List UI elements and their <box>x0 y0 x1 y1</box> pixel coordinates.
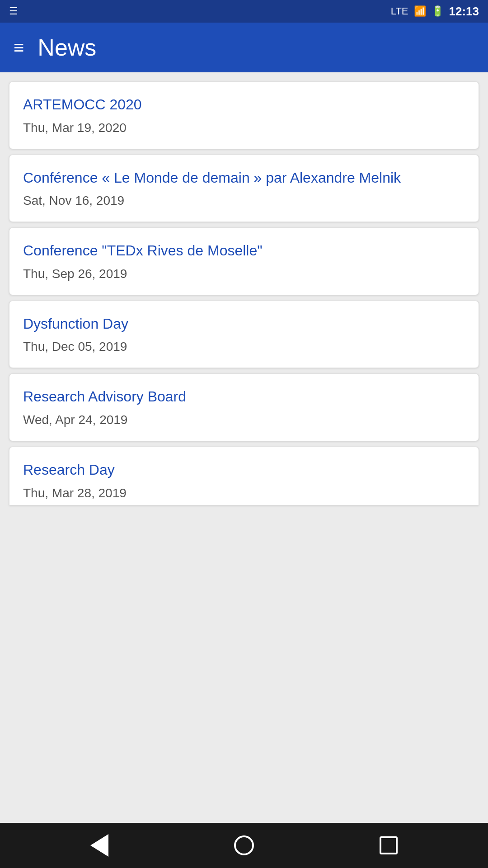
status-time: 12:13 <box>449 5 479 19</box>
list-item[interactable]: Research Advisory BoardWed, Apr 24, 2019 <box>9 373 479 441</box>
list-item[interactable]: Conference "TEDx Rives de Moselle"Thu, S… <box>9 227 479 295</box>
news-date: Wed, Apr 24, 2019 <box>23 413 465 427</box>
news-title: Research Advisory Board <box>23 387 465 406</box>
list-item[interactable]: Conférence « Le Monde de demain » par Al… <box>9 155 479 222</box>
news-title: Research Day <box>23 461 465 480</box>
recent-apps-button[interactable] <box>371 827 407 863</box>
news-title: Dysfunction Day <box>23 315 465 334</box>
page-title: News <box>38 34 96 61</box>
news-date: Sat, Nov 16, 2019 <box>23 193 465 208</box>
list-item[interactable]: Dysfunction DayThu, Dec 05, 2019 <box>9 301 479 368</box>
lte-icon: LTE <box>391 5 408 17</box>
news-date: Thu, Dec 05, 2019 <box>23 340 465 354</box>
list-item[interactable]: Research DayThu, Mar 28, 2019 <box>9 447 479 505</box>
news-date: Thu, Sep 26, 2019 <box>23 267 465 281</box>
recent-apps-icon <box>380 836 398 854</box>
back-icon <box>90 834 108 857</box>
app-header: ≡ News <box>0 23 488 72</box>
menu-button[interactable]: ≡ <box>14 38 24 57</box>
bottom-navigation <box>0 823 488 868</box>
list-item[interactable]: ARTEMOCC 2020Thu, Mar 19, 2020 <box>9 81 479 149</box>
home-button[interactable] <box>226 827 262 863</box>
battery-icon: 🔋 <box>432 5 444 17</box>
news-title: Conference "TEDx Rives de Moselle" <box>23 241 465 260</box>
news-list: ARTEMOCC 2020Thu, Mar 19, 2020Conférence… <box>0 72 488 823</box>
back-button[interactable] <box>81 827 117 863</box>
news-title: ARTEMOCC 2020 <box>23 95 465 114</box>
status-bar: ☰ LTE 📶 🔋 12:13 <box>0 0 488 23</box>
signal-icon: 📶 <box>414 5 426 17</box>
notification-icon: ☰ <box>9 5 18 17</box>
news-date: Thu, Mar 28, 2019 <box>23 486 465 500</box>
news-title: Conférence « Le Monde de demain » par Al… <box>23 169 465 188</box>
home-icon <box>234 835 254 855</box>
news-date: Thu, Mar 19, 2020 <box>23 121 465 135</box>
